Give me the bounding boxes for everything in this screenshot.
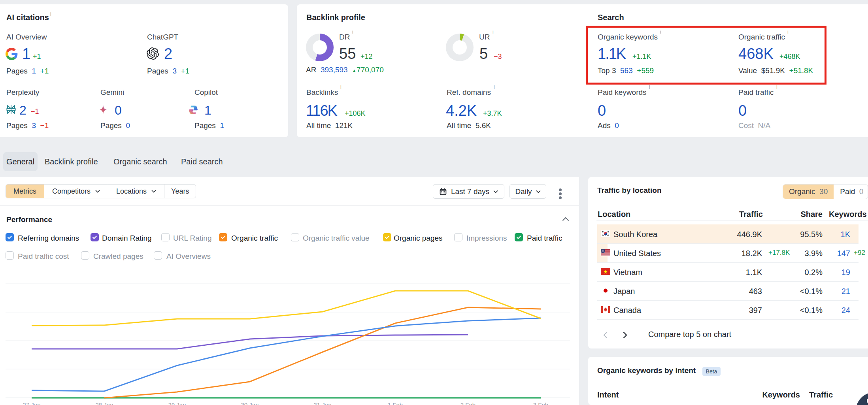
svg-text:27 Jan: 27 Jan [23, 401, 40, 405]
svg-text:28 Jan: 28 Jan [95, 401, 113, 405]
svg-text:30 Jan: 30 Jan [241, 401, 259, 405]
svg-text:3 Feb: 3 Feb [533, 401, 548, 405]
svg-text:2 Feb: 2 Feb [460, 401, 476, 405]
svg-text:31 Jan: 31 Jan [313, 401, 331, 405]
svg-text:29 Jan: 29 Jan [168, 401, 186, 405]
svg-text:1 Feb: 1 Feb [388, 401, 403, 405]
